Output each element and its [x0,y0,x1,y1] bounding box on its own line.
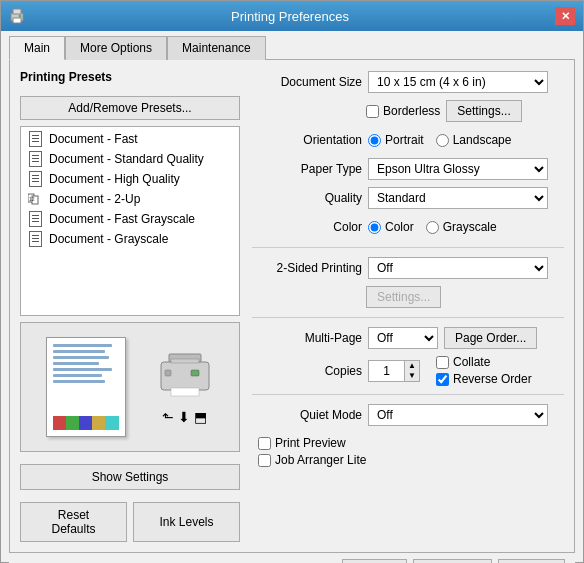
copies-controls: ▲ ▼ Collate [368,355,564,386]
document-size-row: Document Size 10 x 15 cm (4 x 6 in) [252,70,564,94]
cancel-button[interactable]: Cancel [413,559,492,563]
copies-spinner: ▲ ▼ [368,360,420,382]
quality-controls: Standard [368,187,564,209]
copies-spinner-buttons: ▲ ▼ [404,360,420,382]
collate-label: Collate [453,355,490,369]
print-preview-checkbox-label[interactable]: Print Preview [258,436,564,450]
preview-area: ⬑ ⬇ ⬒ [20,322,240,452]
color-controls: Color Grayscale [368,220,564,234]
divider-2 [252,317,564,318]
dialog-title: Printing Preferences [25,9,555,24]
preset-item-fast[interactable]: Document - Fast [21,129,239,149]
portrait-label: Portrait [385,133,424,147]
dialog-body: Main More Options Maintenance Printing P… [1,31,583,563]
arrow-down-icon: ⬇ [178,409,190,425]
ok-button[interactable]: OK [342,559,407,563]
orientation-row: Orientation Portrait Landscape [252,128,564,152]
divider-3 [252,394,564,395]
tab-bar: Main More Options Maintenance [9,35,575,59]
svg-text:12: 12 [29,196,35,202]
preset-item-high[interactable]: Document - High Quality [21,169,239,189]
svg-rect-1 [13,9,21,14]
preset-item-grayscale[interactable]: Document - Grayscale [21,229,239,249]
copies-up-button[interactable]: ▲ [405,361,419,371]
svg-rect-12 [165,370,171,376]
ink-levels-button[interactable]: Ink Levels [133,502,240,542]
multi-page-controls: Off Page Order... [368,327,564,349]
orientation-controls: Portrait Landscape [368,133,564,147]
arrow-icons: ⬑ ⬇ ⬒ [162,409,207,425]
paper-type-select[interactable]: Epson Ultra Glossy [368,158,548,180]
svg-rect-9 [171,359,199,363]
print-preview-checkbox[interactable] [258,437,271,450]
preset-item-2up[interactable]: 12 Document - 2-Up [21,189,239,209]
orientation-label: Orientation [252,133,362,147]
job-arranger-checkbox[interactable] [258,454,271,467]
tab-content-main: Printing Presets Add/Remove Presets... [9,59,575,553]
add-remove-presets-button[interactable]: Add/Remove Presets... [20,96,240,120]
portrait-radio[interactable] [368,134,381,147]
printer-app-icon [9,8,25,24]
job-arranger-checkbox-label[interactable]: Job Arranger Lite [258,453,564,467]
presets-section-title: Printing Presets [20,70,240,84]
landscape-radio-label[interactable]: Landscape [436,133,512,147]
doc-standard-icon [27,151,43,167]
presets-list[interactable]: Document - Fast Document - Standard Q [20,126,240,316]
show-settings-button[interactable]: Show Settings [20,464,240,490]
help-button[interactable]: Help [498,559,565,563]
svg-rect-11 [191,370,199,376]
job-arranger-label: Job Arranger Lite [275,453,366,467]
reverse-order-checkbox-label[interactable]: Reverse Order [436,372,532,386]
grayscale-label: Grayscale [443,220,497,234]
svg-point-3 [19,15,22,18]
close-button[interactable]: ✕ [555,7,575,25]
borderless-checkbox-label[interactable]: Borderless [366,104,440,118]
borderless-row: Borderless Settings... [252,99,564,123]
doc-grayscale-icon [27,231,43,247]
reverse-order-checkbox[interactable] [436,373,449,386]
multi-page-label: Multi-Page [252,331,362,345]
copies-down-button[interactable]: ▼ [405,371,419,381]
color-label: Color [252,220,362,234]
tab-more-options[interactable]: More Options [65,36,167,60]
collate-checkbox[interactable] [436,356,449,369]
quiet-mode-select[interactable]: Off [368,404,548,426]
copies-row: Copies ▲ ▼ [252,355,564,386]
arrow-right-icon: ⬒ [194,409,207,425]
grayscale-radio[interactable] [426,221,439,234]
preset-label-2up: Document - 2-Up [49,192,140,206]
copies-label: Copies [252,364,362,378]
collate-checkbox-label[interactable]: Collate [436,355,532,369]
portrait-radio-label[interactable]: Portrait [368,133,424,147]
preset-label-fast: Document - Fast [49,132,138,146]
preset-item-standard[interactable]: Document - Standard Quality [21,149,239,169]
tab-maintenance[interactable]: Maintenance [167,36,266,60]
page-order-button[interactable]: Page Order... [444,327,537,349]
document-size-controls: 10 x 15 cm (4 x 6 in) [368,71,564,93]
grayscale-radio-label[interactable]: Grayscale [426,220,497,234]
two-sided-controls: Off [368,257,564,279]
document-size-label: Document Size [252,75,362,89]
reset-defaults-button[interactable]: Reset Defaults [20,502,127,542]
paper-lines [53,344,119,383]
color-option-label: Color [385,220,414,234]
document-size-select[interactable]: 10 x 15 cm (4 x 6 in) [368,71,548,93]
preset-label-standard: Document - Standard Quality [49,152,204,166]
multi-page-select[interactable]: Off [368,327,438,349]
borderless-settings-button[interactable]: Settings... [446,100,521,122]
copies-input[interactable] [368,360,404,382]
color-radio-label[interactable]: Color [368,220,414,234]
color-radio[interactable] [368,221,381,234]
right-panel: Document Size 10 x 15 cm (4 x 6 in) Bord… [252,70,564,542]
quality-select[interactable]: Standard [368,187,548,209]
doc-2up-icon: 12 [27,191,43,207]
landscape-radio[interactable] [436,134,449,147]
two-sided-settings-button[interactable]: Settings... [366,286,441,308]
checkboxes-row: Print Preview Job Arranger Lite [252,436,564,467]
printer-icon-wrap: ⬑ ⬇ ⬒ [155,350,215,425]
preset-item-fast-gray[interactable]: Document - Fast Grayscale [21,209,239,229]
borderless-checkbox[interactable] [366,105,379,118]
color-bar [53,416,119,430]
two-sided-select[interactable]: Off [368,257,548,279]
tab-main[interactable]: Main [9,36,65,60]
